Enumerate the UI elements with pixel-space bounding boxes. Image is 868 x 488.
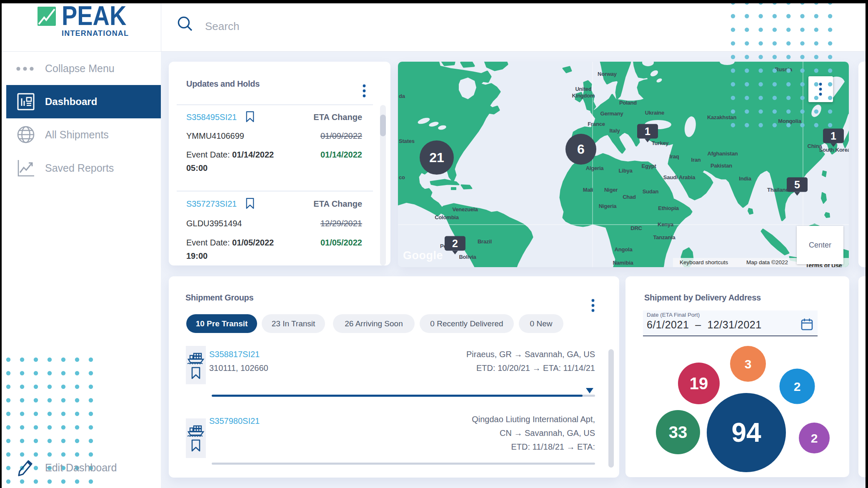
svg-text:Tanzania: Tanzania (653, 234, 675, 240)
svg-text:94: 94 (731, 418, 761, 448)
svg-text:1: 1 (830, 130, 836, 142)
svg-text:Sudan: Sudan (643, 188, 659, 195)
svg-text:Thailand: Thailand (767, 187, 789, 193)
svg-text:Pakistan: Pakistan (710, 163, 732, 169)
svg-text:Bolivia: Bolivia (459, 254, 476, 260)
svg-text:Kazakhstan: Kazakhstan (707, 114, 737, 120)
svg-text:Namibia: Namibia (613, 260, 633, 266)
svg-text:DRC: DRC (630, 225, 642, 231)
svg-text:Chad: Chad (623, 194, 636, 200)
svg-text:da: da (399, 93, 405, 99)
svg-text:3: 3 (745, 357, 752, 371)
svg-text:Mali: Mali (583, 187, 593, 193)
svg-text:Angola: Angola (615, 246, 633, 253)
svg-text:19: 19 (690, 374, 708, 393)
svg-text:Germany: Germany (600, 110, 624, 117)
svg-text:co: co (399, 174, 405, 180)
svg-text:Afghanistan: Afghanistan (708, 150, 738, 157)
svg-text:Ethiopia: Ethiopia (658, 205, 679, 211)
svg-text:United: United (575, 86, 592, 92)
svg-text:5: 5 (794, 179, 800, 190)
svg-text:France: France (588, 121, 605, 127)
svg-text:Venezuela: Venezuela (452, 206, 478, 213)
svg-text:Niger: Niger (604, 187, 618, 193)
svg-text:States: States (399, 138, 415, 144)
svg-text:India: India (739, 175, 751, 182)
svg-text:Colombia: Colombia (435, 214, 459, 220)
svg-text:Poland: Poland (619, 100, 637, 106)
svg-text:Mongolia: Mongolia (778, 118, 801, 124)
svg-text:2: 2 (811, 431, 818, 445)
svg-text:Kingdom: Kingdom (572, 93, 595, 99)
svg-text:2: 2 (794, 380, 801, 393)
svg-text:6: 6 (577, 142, 585, 157)
svg-text:Norway: Norway (598, 71, 617, 77)
svg-text:Italy: Italy (609, 128, 620, 134)
svg-text:Russia: Russia (775, 66, 792, 73)
svg-text:33: 33 (669, 423, 688, 441)
svg-text:Iran: Iran (691, 157, 700, 163)
svg-text:Brazil: Brazil (478, 238, 492, 245)
svg-text:Nigeria: Nigeria (599, 203, 617, 209)
svg-text:Algeria: Algeria (586, 165, 604, 171)
svg-text:Iraq: Iraq (669, 153, 679, 160)
svg-text:Libya: Libya (619, 168, 633, 174)
svg-text:Kenya: Kenya (658, 221, 674, 228)
svg-text:Ukraine: Ukraine (645, 110, 664, 116)
svg-text:21: 21 (429, 150, 444, 165)
svg-text:Turkey: Turkey (652, 140, 669, 146)
svg-text:Egypt: Egypt (641, 163, 656, 169)
svg-text:2: 2 (452, 238, 458, 249)
svg-text:Saudi Arabia: Saudi Arabia (663, 174, 696, 180)
svg-text:South Korea: South Korea (819, 147, 849, 153)
svg-text:1: 1 (645, 125, 650, 137)
